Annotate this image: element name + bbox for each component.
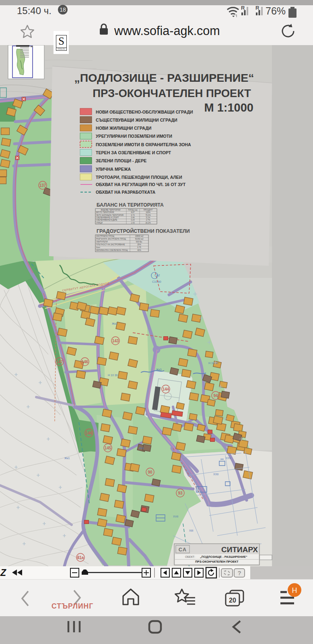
svg-text:6.74: 6.74 [131,214,135,216]
svg-text:УЛИЦИ: УЛИЦИ [96,222,103,224]
svg-text:ОБХВАТ НА РАЗРАБОТКАТА: ОБХВАТ НА РАЗРАБОТКАТА [96,190,155,195]
svg-text:ОБХВАТ НА РЕГУЛАЦИЯ ПО ЧЛ. 16: ОБХВАТ НА РЕГУЛАЦИЯ ПО ЧЛ. 16 ОТ ЗУТ [96,182,186,187]
svg-text:ПЛОЩ (ха): ПЛОЩ (ха) [128,209,138,211]
svg-text:ПЛЪТНОСТ НА ЗАСТРОЯВАНЕ: ПЛЪТНОСТ НА ЗАСТРОЯВАНЕ [96,244,125,246]
svg-text:ПРЗ-ОКОНЧАТЕЛЕН ПРОЕКТ: ПРЗ-ОКОНЧАТЕЛЕН ПРОЕКТ [195,560,239,563]
svg-text:ВИДОВЕ ТЕРИТОРИИ: ВИДОВЕ ТЕРИТОРИИ [101,209,121,211]
svg-text:БАЛАНС НА ТЕРИТОРИЯТА: БАЛАНС НА ТЕРИТОРИЯТА [97,202,164,208]
svg-text:2.7%: 2.7% [146,219,150,221]
svg-text:16.2%: 16.2% [145,222,150,224]
svg-text:Z: Z [0,567,6,578]
svg-text:СА: СА [179,547,187,553]
svg-text:ТЕРЕН ЗА ОЗЕЛЕНЯВАНЕ И СПОРТ: ТЕРЕН ЗА ОЗЕЛЕНЯВАНЕ И СПОРТ [96,150,171,155]
svg-text:ОЗЕЛЕНЯВАНЕ И СПОРТ: ОЗЕЛЕНЯВАНЕ И СПОРТ [96,217,119,219]
svg-text:СЪЩЕСТВУВАЩИ ЖИЛИЩНИ СГРАДИ: СЪЩЕСТВУВАЩИ ЖИЛИЩНИ СГРАДИ [96,118,177,122]
svg-text:?: ? [237,569,241,576]
svg-text:УРЕГУЛИРАНИ ПОЗЕМЛЕНИ ИМОТИ: УРЕГУЛИРАНИ ПОЗЕМЛЕНИ ИМОТИ [96,134,172,139]
svg-text:20: 20 [229,597,236,604]
svg-text:8.87: 8.87 [131,211,135,213]
svg-text:СИТИАРХ: СИТИАРХ [221,545,258,554]
svg-text:25%: 25% [137,244,141,246]
svg-text:РАЗГЪНАТА ЗАСТРОЕНА ПЛОЩ: РАЗГЪНАТА ЗАСТРОЕНА ПЛОЩ [96,238,126,240]
svg-text:ПРОЦЕНТ: ПРОЦЕНТ [144,209,153,211]
svg-text:R: R [241,5,245,11]
svg-text:НОВИ ЖИЛИЩНИ СГРАДИ: НОВИ ЖИЛИЩНИ СГРАДИ [96,126,151,130]
svg-text:0.46: 0.46 [131,217,135,219]
svg-text:МИНИМАЛНА ОЗЕЛЕНЕНА ПЛОЩ: МИНИМАЛНА ОЗЕЛЕНЕНА ПЛОЩ [96,249,128,251]
svg-text:1.43: 1.43 [131,222,135,224]
svg-text:БРУТО ТЕРИТОРИЯ: БРУТО ТЕРИТОРИЯ [96,211,114,213]
svg-text:ОЗЕЛЕНЯВАНЕ В ДЕРЕ: ОЗЕЛЕНЯВАНЕ В ДЕРЕ [96,219,117,221]
svg-text:ПОЗЕМЛЕНИ ИМОТИ В ОХРАНИТЕЛНА: ПОЗЕМЛЕНИ ИМОТИ В ОХРАНИТЕЛНА ЗОНА [96,142,191,147]
svg-text:76.0%: 76.0% [145,214,150,216]
svg-text:5.1%: 5.1% [146,217,150,219]
svg-text:ТРОТОАРИ, ПЕШЕХОДНИ ПЛОЩИ, АЛЕ: ТРОТОАРИ, ПЕШЕХОДНИ ПЛОЩИ, АЛЕИ [96,175,182,180]
svg-text:50350 м2: 50350 м2 [135,238,144,240]
svg-text:„ПОДЛОЗИЩЕ - РАЗШИРЕНИЕ“: „ПОДЛОЗИЩЕ - РАЗШИРЕНИЕ“ [200,555,247,559]
svg-text:ГРАДОУСТРОЙСТВЕНИ ПОКАЗАТЕЛИ: ГРАДОУСТРОЙСТВЕНИ ПОКАЗАТЕЛИ [97,228,190,234]
svg-text:СТЪРЛИНГ: СТЪРЛИНГ [51,602,93,610]
svg-text:100%: 100% [146,211,150,213]
svg-text:ОБЕКТ:: ОБЕКТ: [185,555,195,558]
svg-text:ЗАСТРОЕНА ПЛОЩ: ЗАСТРОЕНА ПЛОЩ [96,235,115,237]
svg-text:ЗЕЛЕНИ ПЛОЩИ - ДЕРЕ: ЗЕЛЕНИ ПЛОЩИ - ДЕРЕ [96,158,146,163]
svg-text:0.24: 0.24 [131,219,135,221]
svg-text:H: H [292,586,297,594]
svg-text:ОБИТАТЕЛИ: ОБИТАТЕЛИ [96,241,108,243]
svg-text:19800 м2: 19800 м2 [135,235,144,237]
svg-text:0.75: 0.75 [137,246,141,248]
svg-text:НОВИ ОБЩЕСТВЕНО-ОБСЛУЖВАЩИ СГР: НОВИ ОБЩЕСТВЕНО-ОБСЛУЖВАЩИ СГРАДИ [96,110,193,114]
svg-text:УЛИЧНА МРЕЖА: УЛИЧНА МРЕЖА [96,167,131,172]
svg-text:R: R [255,5,259,11]
svg-text:ПРЗ-ОКОНЧАТЕЛЕН ПРОЕКТ: ПРЗ-ОКОНЧАТЕЛЕН ПРОЕКТ [93,87,251,99]
svg-text:Кинт: Кинт [96,246,101,248]
svg-text:930 Бр.: 930 Бр. [136,241,143,243]
svg-text:„ПОДЛОЗИЩЕ - РАЗШИРЕНИЕ“: „ПОДЛОЗИЩЕ - РАЗШИРЕНИЕ“ [74,71,254,84]
svg-text:40%: 40% [137,249,141,251]
svg-text:М 1:1000: М 1:1000 [204,101,253,114]
svg-text:НЕТО ЖИЛИЩНА ТЕРИТОРИЯ: НЕТО ЖИЛИЩНА ТЕРИТОРИЯ [96,214,124,216]
